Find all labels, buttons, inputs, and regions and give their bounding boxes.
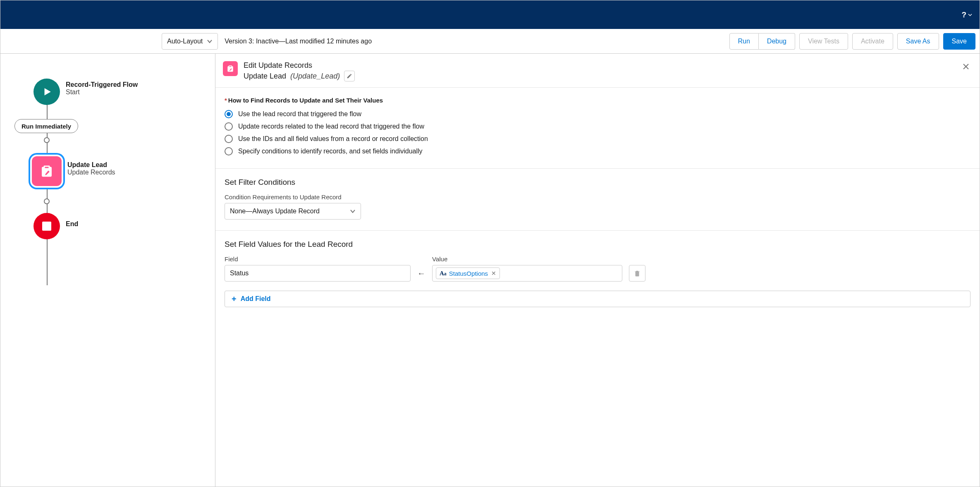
start-node[interactable]: Record-Triggered Flow Start <box>33 79 138 105</box>
end-node-title: End <box>66 220 78 228</box>
resource-pill[interactable]: Aa StatusOptions ✕ <box>436 267 500 279</box>
layout-mode-select[interactable]: Auto-Layout <box>162 33 218 50</box>
condition-requirements-select[interactable]: None—Always Update Record <box>225 203 361 220</box>
layout-mode-label: Auto-Layout <box>167 38 203 45</box>
set-field-values-section: Set Field Values for the Lead Record Fie… <box>215 231 980 318</box>
trash-icon <box>633 270 641 277</box>
run-button[interactable]: Run <box>729 33 759 50</box>
radio-label: Update records related to the lead recor… <box>238 123 424 130</box>
help-button[interactable]: ? <box>961 10 972 19</box>
edit-name-button[interactable] <box>344 71 355 81</box>
update-records-icon <box>32 156 62 186</box>
update-node-title: Update Lead <box>67 161 115 169</box>
close-panel-button[interactable] <box>961 61 971 74</box>
panel-title: Edit Update Records <box>244 61 955 70</box>
builder-toolbar: Auto-Layout Version 3: Inactive—Last mod… <box>0 29 980 54</box>
radio-icon <box>225 122 233 131</box>
filter-conditions-section: Set Filter Conditions Condition Requirem… <box>215 169 980 231</box>
pill-label: Run Immediately <box>22 123 71 130</box>
run-debug-group: Run Debug <box>729 33 796 50</box>
save-as-button[interactable]: Save As <box>897 33 939 50</box>
add-element-dot[interactable] <box>44 198 50 204</box>
radio-option-triggering-record[interactable]: Use the lead record that triggered the f… <box>225 108 970 120</box>
radio-option-specify-conditions[interactable]: Specify conditions to identify records, … <box>225 145 970 158</box>
update-records-node[interactable]: Update Lead Update Records <box>32 156 115 186</box>
chevron-down-icon <box>207 38 213 45</box>
flow-canvas[interactable]: Record-Triggered Flow Start Run Immediat… <box>0 54 215 487</box>
close-icon <box>962 63 970 70</box>
stop-icon <box>33 213 60 239</box>
play-icon <box>33 79 60 105</box>
radio-option-record-collection[interactable]: Use the IDs and all field values from a … <box>225 133 970 145</box>
field-label: Condition Requirements to Update Record <box>225 193 970 201</box>
chevron-down-icon <box>968 13 972 17</box>
run-immediately-pill[interactable]: Run Immediately <box>14 119 78 133</box>
global-header: ? <box>0 0 980 29</box>
radio-label: Use the lead record that triggered the f… <box>238 110 361 118</box>
field-picker[interactable]: Status <box>225 265 411 282</box>
section-heading: Set Filter Conditions <box>225 178 970 187</box>
find-records-section: *How to Find Records to Update and Set T… <box>215 88 980 169</box>
activate-button: Activate <box>852 33 893 50</box>
view-tests-button: View Tests <box>799 33 848 50</box>
pencil-icon <box>347 73 352 79</box>
panel-header: Edit Update Records Update Lead (Update_… <box>215 54 980 88</box>
field-name-value: Status <box>230 270 249 277</box>
radio-icon <box>225 135 233 143</box>
radio-label: Specify conditions to identify records, … <box>238 148 423 155</box>
radio-icon <box>225 147 233 155</box>
radio-icon <box>225 110 233 118</box>
radio-option-related-records[interactable]: Update records related to the lead recor… <box>225 120 970 133</box>
version-status-text: Version 3: Inactive—Last modified 12 min… <box>225 38 372 45</box>
help-icon: ? <box>961 10 966 19</box>
save-button[interactable]: Save <box>943 33 975 50</box>
value-picker[interactable]: Aa StatusOptions ✕ <box>432 265 622 282</box>
update-records-icon <box>223 61 238 76</box>
section-label: *How to Find Records to Update and Set T… <box>225 97 970 104</box>
end-node[interactable]: End <box>33 213 78 239</box>
field-column-label: Field <box>225 255 411 263</box>
property-panel: Edit Update Records Update Lead (Update_… <box>215 54 980 487</box>
start-node-title: Record-Triggered Flow <box>66 81 138 88</box>
radio-label: Use the IDs and all field values from a … <box>238 135 428 143</box>
section-heading: Set Field Values for the Lead Record <box>225 240 970 249</box>
debug-button[interactable]: Debug <box>759 33 795 50</box>
element-label: Update Lead <box>244 72 286 81</box>
select-value: None—Always Update Record <box>230 208 320 215</box>
remove-token-button[interactable]: ✕ <box>491 270 496 277</box>
add-field-button[interactable]: + Add Field <box>225 291 970 307</box>
element-api-name: (Update_Lead) <box>290 72 340 81</box>
value-column-label: Value <box>432 255 622 263</box>
text-resource-icon: Aa <box>440 270 447 277</box>
plus-icon: + <box>232 294 237 304</box>
delete-row-button[interactable] <box>629 265 645 282</box>
add-element-dot[interactable] <box>44 137 50 143</box>
add-field-label: Add Field <box>241 295 271 303</box>
start-node-sub: Start <box>66 88 138 96</box>
assignment-arrow-icon: ← <box>417 269 425 282</box>
chevron-down-icon <box>350 208 356 215</box>
update-node-sub: Update Records <box>67 169 115 176</box>
token-label: StatusOptions <box>449 270 488 277</box>
